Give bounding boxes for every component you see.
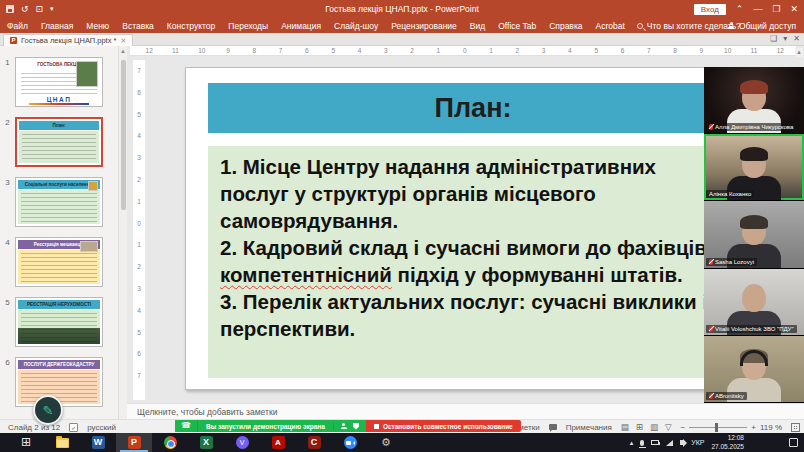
slide-text-line: самоврядування. [220, 207, 738, 234]
fit-slide-icon[interactable] [791, 423, 800, 432]
video-tile[interactable]: Sasha Lozovyi [704, 201, 804, 268]
restore-button[interactable]: ❐ [772, 4, 780, 14]
tray-mic-icon[interactable] [640, 440, 644, 446]
muted-mic-icon [709, 124, 713, 130]
video-tile[interactable]: Алла Дмитрівна Чикурскова [704, 67, 804, 134]
battery-icon[interactable] [651, 440, 659, 445]
stop-share-button[interactable]: Остановить совместное использование [366, 420, 521, 432]
ribbon-tab[interactable]: Рецензирование [391, 21, 457, 31]
zoom-in-icon[interactable]: + [751, 423, 756, 432]
settings-icon[interactable]: ⚙ [368, 433, 404, 452]
comments-toggle[interactable]: Примечания [566, 423, 612, 432]
chrome-icon[interactable] [152, 433, 188, 452]
video-tile[interactable]: Vitalii Voloshchuk ЗВО "ПДУ" [704, 269, 804, 336]
comodo-icon[interactable]: C [296, 433, 332, 452]
video-tile[interactable]: Алінка Коханко [704, 134, 804, 201]
taskbar-apps: ⊞ W P X [0, 433, 404, 452]
word-icon[interactable]: W [80, 433, 116, 452]
tray-date: 27.05.2025 [711, 443, 744, 450]
tell-me-search[interactable]: Что вы хотите сделать? [637, 21, 741, 31]
slide-thumbnail-5[interactable]: 5 РЕЄСТРАЦІЯ НЕРУХОМОСТІ [0, 297, 118, 347]
zoom-slider[interactable] [689, 427, 747, 428]
view-mode-icon[interactable]: ⊞ [636, 422, 643, 432]
powerpoint-icon[interactable]: P [116, 433, 152, 452]
view-mode-icon[interactable]: ▤ [621, 422, 629, 432]
signin-button[interactable]: Вход [694, 4, 726, 15]
document-tab[interactable]: P Гостьва лекція ЦНАП.pptx * ✕ [3, 34, 133, 46]
thumbnail-photo [76, 61, 98, 87]
annotation-tool-button[interactable]: ✎ [33, 395, 63, 425]
participant-name: Алла Дмитрівна Чикурскова [715, 124, 793, 130]
ribbon-display-options-icon[interactable]: ⌃ [736, 4, 744, 14]
slide-text-line: 2. Кадровий склад і сучасні вимоги до фа… [220, 234, 738, 261]
ribbon-tab[interactable]: Слайд-шоу [334, 21, 378, 31]
new-tab-icon[interactable]: ❏ [770, 34, 777, 43]
speaker-icon[interactable] [680, 440, 684, 445]
zoom-out-icon[interactable]: − [681, 423, 686, 432]
thumbnail-scrollbar[interactable]: ▲ [118, 46, 127, 419]
ribbon-tab[interactable]: Анимация [281, 21, 321, 31]
network-icon[interactable] [666, 440, 673, 446]
slide-thumbnail-3[interactable]: 3 Соціальні послуги населенню [0, 177, 118, 227]
slide-text-line: 1. Місце Центру надання адміністративних [220, 153, 738, 180]
participant-name-tag: Алла Дмитрівна Чикурскова [706, 123, 796, 131]
qat-more-icon[interactable]: ▾ [50, 5, 54, 13]
slide-thumbnail-4[interactable]: 4 Реєстрація мешканців [0, 237, 118, 287]
phone-icon[interactable]: ☎ [175, 420, 198, 432]
tab-close-icon[interactable]: ✕ [120, 37, 126, 45]
zoom-level[interactable]: 119 % [760, 423, 782, 432]
slide-title-banner[interactable]: План: [208, 83, 738, 133]
start-slideshow-icon[interactable]: ⊡ [36, 4, 44, 14]
start-button[interactable]: ⊞ [8, 433, 44, 452]
ribbon-tab[interactable]: Файл [7, 21, 28, 31]
tray-time: 12:08 [728, 434, 744, 441]
ribbon-tab[interactable]: Acrobat [596, 21, 625, 31]
viber-icon[interactable]: V [224, 433, 260, 452]
file-explorer-icon[interactable] [44, 433, 80, 452]
acrobat-icon[interactable]: A [260, 433, 296, 452]
slide-thumbnail-1[interactable]: 1 ГОСТЬОВА ЛЕКЦІЯ ЦНАП [0, 57, 118, 107]
powerpoint-file-icon: P [10, 37, 17, 44]
ribbon-tab[interactable]: Вставка [122, 21, 154, 31]
ribbon-tab[interactable]: Переходы [228, 21, 268, 31]
language-indicator[interactable]: русский [87, 423, 116, 432]
ribbon-tab[interactable]: Office Tab [498, 21, 536, 31]
participant-name: Алінка Коханко [709, 191, 751, 197]
slide-title[interactable]: План: [435, 93, 512, 124]
ribbon-tab[interactable]: Главная [41, 21, 73, 31]
document-tab-bar: P Гостьва лекція ЦНАП.pptx * ✕ ❏ ▾ ✕ [0, 33, 804, 46]
ribbon-tab[interactable]: Вид [470, 21, 485, 31]
slide-canvas[interactable]: План: 1. Місце Центру надання адміністра… [185, 67, 759, 390]
slide-number: 2 [0, 117, 15, 167]
screen-share-bar: ☎ Вы запустили демонстрацию экрана Остан… [175, 420, 521, 432]
close-all-tabs-icon[interactable]: ✕ [793, 34, 800, 43]
language-switcher[interactable]: УКР [691, 439, 704, 446]
scroll-up-icon[interactable]: ▲ [119, 46, 127, 54]
zoom-app-icon[interactable] [332, 433, 368, 452]
ribbon-tab[interactable]: Конструктор [167, 21, 215, 31]
notes-input[interactable]: Щелкните, чтобы добавить заметки [127, 403, 804, 419]
slide-scroll-up-icon[interactable]: ▲ [795, 48, 803, 57]
ribbon-tab[interactable]: Справка [549, 21, 582, 31]
view-mode-icon[interactable]: ▥ [650, 422, 658, 432]
slide-body-textbox[interactable]: 1. Місце Центру надання адміністративних… [208, 146, 738, 378]
clock[interactable]: 12:08 27.05.2025 [711, 434, 744, 451]
share-button[interactable]: Общий доступ [728, 21, 796, 31]
security-icon[interactable] [353, 423, 359, 430]
undo-icon[interactable]: ↺ [21, 4, 29, 14]
video-tile[interactable]: ABronitsky [704, 336, 804, 403]
tray-chevron-icon[interactable]: ▴ [630, 439, 634, 447]
zoom-slider-thumb[interactable] [715, 423, 718, 432]
excel-icon[interactable]: X [188, 433, 224, 452]
slide-number: 5 [0, 297, 15, 347]
tab-menu-icon[interactable]: ▾ [783, 34, 787, 43]
participants-icon[interactable] [341, 423, 347, 429]
ribbon-tab[interactable]: Меню [86, 21, 109, 31]
action-center-icon[interactable] [789, 438, 798, 447]
minimize-button[interactable]: — [753, 4, 762, 14]
close-button[interactable]: ✕ [790, 4, 798, 14]
view-mode-icon[interactable]: ▽ [665, 422, 672, 432]
save-icon[interactable] [6, 5, 14, 13]
spellcheck-icon[interactable]: ✓ [69, 423, 78, 432]
slide-thumbnail-2[interactable]: 2 План: [0, 117, 118, 167]
